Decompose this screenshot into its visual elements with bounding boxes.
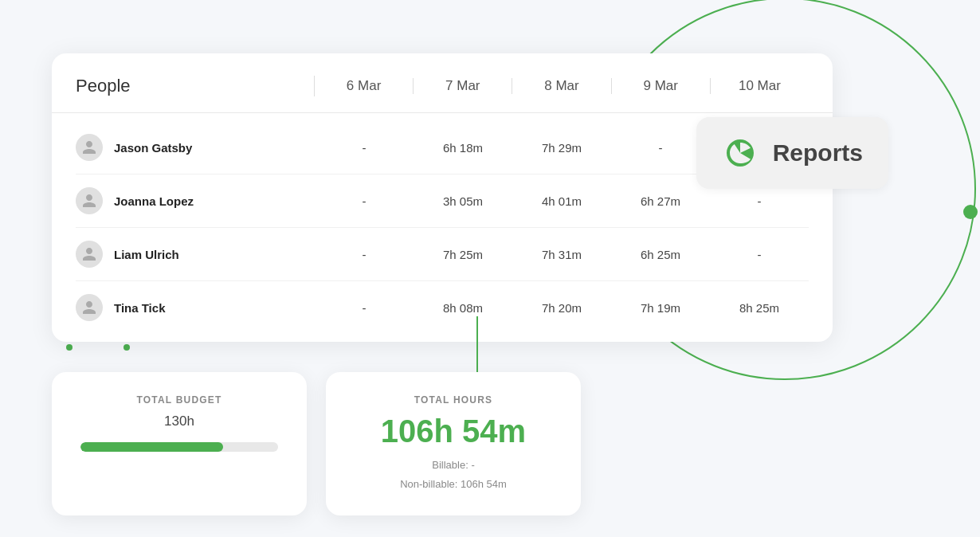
dot-2	[123, 344, 130, 351]
time-cell: 8h 08m	[414, 301, 512, 315]
time-cell: -	[710, 248, 809, 261]
avatar	[76, 241, 103, 268]
connector-line	[476, 316, 478, 380]
avatar	[76, 187, 103, 214]
time-cell: 7h 29m	[512, 141, 611, 155]
person-cell: Liam Ulrich	[76, 241, 315, 268]
person-name: Joanna Lopez	[114, 194, 194, 208]
person-cell: Joanna Lopez	[76, 187, 315, 214]
avatar	[76, 134, 103, 161]
col-date-4: 9 Mar	[612, 78, 711, 94]
decorative-dot	[963, 205, 978, 219]
time-cell: 7h 25m	[414, 248, 512, 261]
table-row: Liam Ulrich - 7h 25m 7h 31m 6h 25m -	[76, 228, 809, 281]
time-cell: 7h 20m	[512, 301, 611, 315]
table-header: People 6 Mar 7 Mar 8 Mar 9 Mar 10 Mar	[52, 53, 833, 113]
person-cell: Tina Tick	[76, 294, 315, 321]
billable-text: Billable: - Non-billable: 106h 54m	[355, 456, 552, 493]
progress-bar-background	[80, 442, 278, 452]
time-cell: 7h 19m	[611, 301, 710, 315]
time-cell: -	[611, 141, 710, 155]
time-cell: 6h 25m	[611, 248, 710, 261]
progress-bar-fill	[80, 442, 223, 452]
hours-card: TOTAL HOURS 106h 54m Billable: - Non-bil…	[326, 372, 581, 515]
time-cell: 3h 05m	[414, 194, 512, 208]
reports-card: Reports	[696, 117, 888, 189]
reports-icon	[722, 135, 759, 171]
person-cell: Jason Gatsby	[76, 134, 315, 161]
person-name: Tina Tick	[114, 301, 165, 315]
col-date-2: 7 Mar	[414, 78, 512, 94]
person-name: Jason Gatsby	[114, 141, 192, 155]
reports-title: Reports	[773, 139, 863, 167]
time-cell: -	[315, 194, 414, 208]
hours-label: TOTAL HOURS	[355, 394, 552, 406]
time-cell: 8h 25m	[710, 301, 809, 315]
hours-value: 106h 54m	[355, 414, 552, 449]
people-table-card: People 6 Mar 7 Mar 8 Mar 9 Mar 10 Mar Ja…	[52, 53, 833, 342]
time-cell: 6h 18m	[414, 141, 512, 155]
time-cell: 4h 01m	[512, 194, 611, 208]
time-cell: -	[315, 248, 414, 261]
budget-value: 130h	[80, 414, 278, 429]
col-date-1: 6 Mar	[315, 78, 414, 94]
budget-card: TOTAL BUDGET 130h	[52, 372, 307, 515]
person-name: Liam Ulrich	[114, 248, 179, 261]
column-people: People	[76, 76, 315, 96]
time-cell: -	[315, 141, 414, 155]
table-row: Tina Tick - 8h 08m 7h 20m 7h 19m 8h 25m	[76, 281, 809, 334]
time-cell: -	[710, 194, 809, 208]
budget-label: TOTAL BUDGET	[80, 394, 278, 406]
col-date-3: 8 Mar	[512, 78, 611, 94]
col-date-5: 10 Mar	[711, 78, 809, 94]
time-cell: 7h 31m	[512, 248, 611, 261]
dot-3	[66, 344, 73, 351]
time-cell: 6h 27m	[611, 194, 710, 208]
time-cell: -	[315, 301, 414, 315]
bottom-cards: TOTAL BUDGET 130h TOTAL HOURS 106h 54m B…	[52, 372, 581, 515]
avatar	[76, 294, 103, 321]
